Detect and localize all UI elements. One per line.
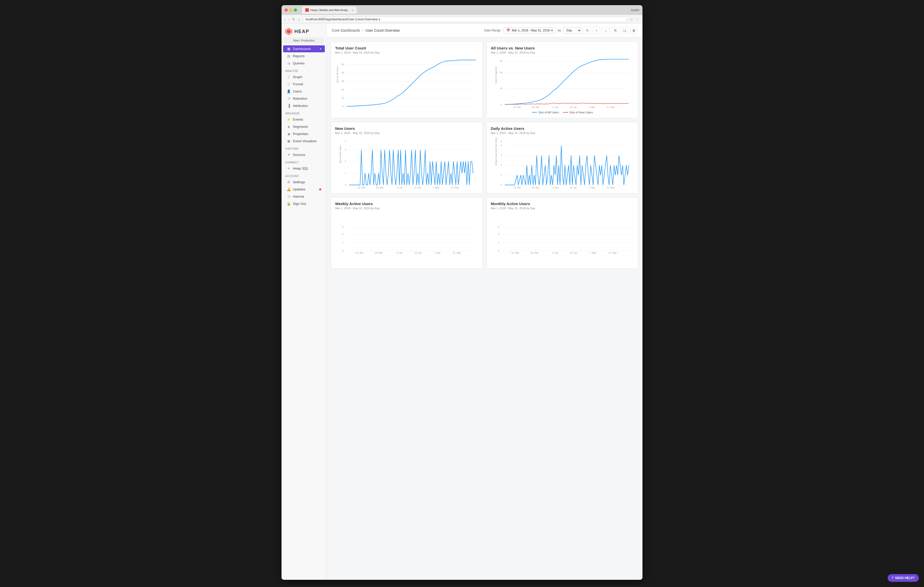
menu-icon[interactable]: ⋮ <box>636 17 639 21</box>
svg-text:12. Mar: 12. Mar <box>356 252 363 254</box>
forward-button[interactable]: › <box>289 17 290 21</box>
reload-button[interactable]: ↻ <box>292 17 295 21</box>
close-button[interactable] <box>285 8 288 12</box>
chart-legend-all-vs-new: Size of All Users Size of New Users <box>491 111 634 114</box>
chart-area-all-vs-new: 0 20 40 60 Size of Segment <box>491 57 634 109</box>
copy-button[interactable]: ⧉ <box>612 27 619 34</box>
minimize-button[interactable] <box>289 8 292 12</box>
properties-icon: ◉ <box>287 132 291 136</box>
tab-close-button[interactable]: ✕ <box>351 9 353 12</box>
svg-text:5: 5 <box>342 226 344 228</box>
updates-label: Updates <box>293 187 305 191</box>
chart-monthly-active-users: Monthly Active Users Mar 1, 2018 - May 3… <box>487 197 639 269</box>
sidebar-item-heap-sql[interactable]: ≡ Heap SQL <box>283 165 325 172</box>
svg-text:23. Apr: 23. Apr <box>570 252 577 254</box>
env-badge[interactable]: Main: Production <box>284 38 324 43</box>
chart-daily-active-users: Daily Active Users Mar 1, 2018 - May 31,… <box>487 122 639 194</box>
svg-text:2: 2 <box>342 233 344 235</box>
need-help-button[interactable]: ? NEED HELP? <box>888 574 919 582</box>
sidebar-item-retention[interactable]: ↺ Retention <box>283 95 325 102</box>
funnel-icon: ▽ <box>287 82 291 86</box>
browser-tab[interactable]: Heap | Mobile and Web Analy... ✕ <box>302 7 356 14</box>
chart-area-weekly-active: 0 1 2 5 12. Mar 26. Mar 9. Apr 23. Apr <box>335 213 478 265</box>
updates-notification-dot <box>319 188 321 191</box>
sidebar-item-graph[interactable]: ╱ Graph <box>283 74 325 81</box>
svg-text:30: 30 <box>342 80 344 82</box>
svg-text:26. Mar: 26. Mar <box>375 252 383 254</box>
svg-text:12. Mar: 12. Mar <box>356 108 363 109</box>
svg-text:26. Mar: 26. Mar <box>531 186 539 189</box>
chart-subtitle-total-user-count: Mar 1, 2018 - May 31, 2018 by Day <box>335 51 478 54</box>
delete-button[interactable]: 🗑 <box>630 27 637 34</box>
back-button[interactable]: ‹ <box>285 17 286 21</box>
svg-text:1: 1 <box>498 241 499 244</box>
svg-text:9. Apr: 9. Apr <box>396 252 403 254</box>
add-chart-button[interactable]: + <box>593 27 600 34</box>
users-label: Users <box>293 89 302 93</box>
legend-new-users-label: Size of New Users <box>569 111 593 114</box>
svg-text:2: 2 <box>345 160 346 163</box>
svg-text:40: 40 <box>342 71 344 74</box>
events-label: Events <box>293 117 303 122</box>
sidebar-item-attribution[interactable]: ▐ Attribution <box>283 102 325 109</box>
legend-all-users-line <box>532 112 537 113</box>
chart-title-daily-active: Daily Active Users <box>491 126 634 131</box>
fullscreen-button[interactable] <box>294 8 297 12</box>
legend-new-users-line <box>563 112 568 113</box>
sidebar-item-settings[interactable]: ⚙ Settings <box>283 179 325 186</box>
bookmark-icon[interactable]: ☆ <box>630 17 633 21</box>
sidebar-item-dashboards[interactable]: ▦ Dashboards ▾ <box>283 45 325 52</box>
svg-text:23. Apr: 23. Apr <box>414 252 422 254</box>
chart-subtitle-daily-active: Mar 1, 2018 - May 31, 2018 by Day <box>491 132 634 135</box>
svg-text:26. Mar: 26. Mar <box>530 252 538 254</box>
sidebar-item-event-visualizer[interactable]: ▣ Event Visualizer <box>283 138 325 145</box>
organize-section-label: Organize <box>282 110 327 116</box>
segments-icon: ◈ <box>287 125 291 128</box>
heap-logo-icon <box>285 28 292 35</box>
chart-area-monthly-active: 0 1 2 5 12. Mar 26. Mar 9. Apr 23. Apr <box>491 213 634 265</box>
sidebar-item-users[interactable]: 👤 Users <box>283 88 325 95</box>
dashboards-chevron: ▾ <box>320 48 321 50</box>
granularity-select[interactable]: Day Week Month <box>563 27 582 34</box>
sources-label: Sources <box>293 153 305 157</box>
clone-button[interactable]: ❑ <box>621 27 628 34</box>
traffic-lights <box>285 8 297 12</box>
sidebar-item-segments[interactable]: ◈ Segments <box>283 123 325 130</box>
address-bar[interactable]: localhost:8000/app/dashboard/User-Count-… <box>303 16 627 22</box>
account-section-label: Account <box>282 172 327 178</box>
sidebar-item-sign-out[interactable]: 🔒 Sign Out <box>283 200 325 207</box>
svg-text:21. May: 21. May <box>453 252 461 254</box>
svg-text:21. May: 21. May <box>609 252 617 254</box>
sidebar-item-funnel[interactable]: ▽ Funnel <box>283 81 325 88</box>
svg-text:12. Mar: 12. Mar <box>513 106 521 109</box>
events-icon: ⚡ <box>287 117 291 122</box>
breadcrumb-root[interactable]: Core Dashboards <box>332 28 360 33</box>
home-button[interactable]: ⌂ <box>298 17 300 21</box>
reports-icon: ▤ <box>287 54 291 58</box>
retention-label: Retention <box>293 97 307 100</box>
svg-text:Size of New Users: Size of New Users <box>339 145 342 163</box>
sidebar-item-queries[interactable]: ◎ Queries <box>283 60 325 67</box>
chart-svg-weekly-active: 0 1 2 5 12. Mar 26. Mar 9. Apr 23. Apr <box>335 213 478 265</box>
sidebar-item-internal[interactable]: ◷ Internal <box>283 193 325 200</box>
sidebar-item-updates[interactable]: 🔔 Updates <box>283 186 325 193</box>
svg-text:0: 0 <box>342 105 344 108</box>
svg-text:50: 50 <box>342 63 344 66</box>
sidebar-item-sources[interactable]: ✦ Sources <box>283 151 325 158</box>
sidebar-item-properties[interactable]: ◉ Properties <box>283 130 325 137</box>
svg-text:Unique Users who did Sessions: Unique Users who did Sessions <box>495 138 497 166</box>
svg-text:21. May: 21. May <box>607 186 615 189</box>
main-content: Core Dashboards › User Count Overview Da… <box>327 24 642 580</box>
svg-text:1: 1 <box>342 241 344 244</box>
sidebar-logo: HEAP <box>282 24 327 38</box>
refresh-button[interactable]: ↻ <box>584 27 591 34</box>
sidebar-item-reports[interactable]: ▤ Reports <box>283 53 325 59</box>
chart-title-weekly-active: Weekly Active Users <box>335 202 478 206</box>
date-range-button[interactable]: 📅 Mar 1, 2018 - May 31, 2018 ▾ <box>503 27 556 33</box>
home-dashboard-button[interactable]: ⌂ <box>602 27 609 34</box>
svg-text:3: 3 <box>345 148 346 151</box>
svg-text:7. May: 7. May <box>434 108 441 109</box>
svg-text:7. May: 7. May <box>588 106 595 109</box>
sidebar-item-events[interactable]: ⚡ Events <box>283 116 325 123</box>
svg-text:20: 20 <box>500 87 502 90</box>
